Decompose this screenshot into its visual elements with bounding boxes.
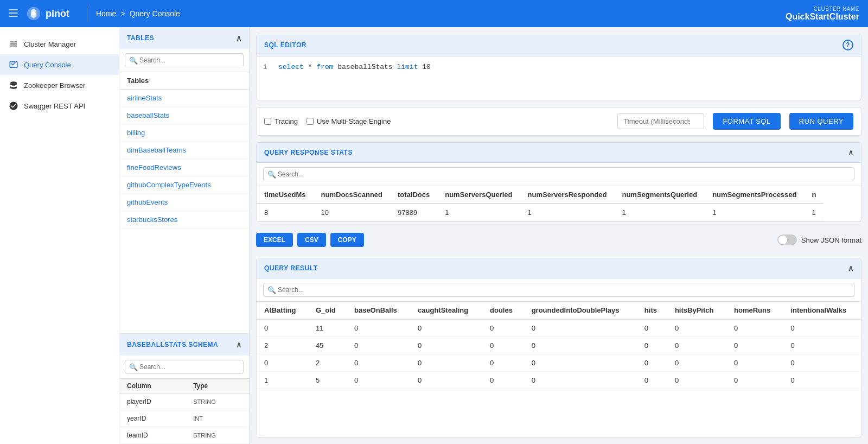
result-table-wrapper: AtBatting G_old baseOnBalls caughtSteali…	[257, 302, 861, 389]
sidebar-item-zookeeper-browser[interactable]: Zookeeper Browser	[0, 75, 119, 96]
tables-list: airlineStats baseballStats billing dimBa…	[119, 90, 249, 333]
table-item-githubEvents[interactable]: githubEvents	[119, 194, 249, 211]
sidebar: Cluster Manager Query Console Zookeeper …	[0, 27, 119, 444]
result-cell: 0	[482, 337, 524, 354]
stats-card: QUERY RESPONSE STATS 🔍 timeUsedMs numDoc…	[256, 142, 861, 222]
tracing-checkbox-label[interactable]: Tracing	[264, 117, 298, 125]
table-item-dimBaseballTeams[interactable]: dimBaseballTeams	[119, 142, 249, 159]
json-toggle-label: Show JSON format	[801, 236, 861, 244]
result-cell: 0	[637, 319, 667, 337]
breadcrumb: Home > Query Console	[96, 9, 180, 18]
app-logo[interactable]: pinot	[26, 6, 69, 21]
multi-stage-checkbox[interactable]	[307, 118, 314, 125]
home-link[interactable]: Home	[96, 9, 116, 18]
sidebar-item-cluster-manager[interactable]: Cluster Manager	[0, 34, 119, 54]
tables-search-input[interactable]	[125, 53, 244, 67]
svg-rect-2	[9, 16, 18, 17]
help-icon[interactable]: ?	[843, 40, 853, 50]
svg-rect-1	[9, 12, 18, 14]
result-col-AtBatting: AtBatting	[257, 302, 308, 319]
stats-search-icon: 🔍	[267, 170, 276, 179]
table-item-baseballStats[interactable]: baseballStats	[119, 107, 249, 124]
result-cell: 45	[308, 337, 347, 354]
controls-row: Tracing Use Multi-Stage Engine FORMAT SQ…	[256, 107, 861, 136]
multi-stage-label: Use Multi-Stage Engine	[317, 117, 391, 125]
sidebar-item-query-console[interactable]: Query Console	[0, 54, 119, 75]
main-content: TABLES 🔍 Tables airlineStats baseballSta…	[119, 27, 868, 444]
schema-search-icon: 🔍	[129, 363, 138, 371]
sidebar-item-swagger-rest-api[interactable]: Swagger REST API	[0, 96, 119, 116]
timeout-input[interactable]	[617, 113, 704, 129]
result-cell: 0	[524, 319, 637, 337]
result-col-groundedIntoDoublePlays: groundedIntoDoublePlays	[524, 302, 637, 319]
table-item-fineFoodReviews[interactable]: fineFoodReviews	[119, 159, 249, 176]
schema-cell-playerID-type: STRING	[186, 394, 249, 410]
result-col-G_old: G_old	[308, 302, 347, 319]
schema-panel-header: BASEBALLSTATS SCHEMA	[119, 334, 249, 356]
result-search-icon: 🔍	[267, 286, 276, 294]
table-item-airlineStats[interactable]: airlineStats	[119, 90, 249, 107]
svg-rect-0	[9, 9, 18, 10]
csv-button[interactable]: CSV	[297, 233, 326, 247]
stats-col-numSegmentsProcessed: numSegmentsProcessed	[705, 186, 804, 204]
result-cell: 0	[482, 372, 524, 389]
logo-text: pinot	[46, 8, 69, 20]
stats-col-numServersResponded: numServersResponded	[520, 186, 615, 204]
stats-search-input[interactable]	[263, 167, 854, 181]
format-sql-button[interactable]: FORMAT SQL	[713, 113, 780, 130]
result-cell: 0	[783, 319, 861, 337]
tables-panel: TABLES 🔍 Tables airlineStats baseballSta…	[119, 27, 250, 444]
table-item-githubComplexTypeEvents[interactable]: githubComplexTypeEvents	[119, 176, 249, 194]
stats-collapse-icon[interactable]	[848, 148, 854, 157]
result-cell: 0	[667, 319, 726, 337]
tracing-label: Tracing	[275, 117, 298, 125]
result-cell: 0	[637, 354, 667, 372]
result-cell: 11	[308, 319, 347, 337]
schema-col-header-type: Type	[186, 379, 249, 394]
tables-panel-title: TABLES	[127, 34, 154, 42]
stats-cell-numServersResponded: 1	[520, 204, 615, 221]
timeout-input-wrapper	[617, 113, 704, 129]
svg-point-4	[32, 12, 36, 16]
schema-col-header-column: Column	[119, 379, 186, 394]
sql-editor-header: SQL EDITOR ?	[257, 34, 861, 56]
result-search-input[interactable]	[263, 283, 854, 297]
multi-stage-checkbox-label[interactable]: Use Multi-Stage Engine	[307, 117, 391, 125]
stats-col-totalDocs: totalDocs	[390, 186, 437, 204]
table-item-billing[interactable]: billing	[119, 124, 249, 142]
cluster-label: CLUSTER NAME	[786, 6, 859, 12]
schema-search-input[interactable]	[125, 360, 244, 374]
result-cell: 0	[726, 337, 783, 354]
result-col-homeRuns: homeRuns	[726, 302, 783, 319]
sql-editor-content[interactable]: 1 select * from baseballStats limit 10	[257, 56, 861, 100]
schema-row-teamID: teamID STRING	[119, 427, 249, 444]
app-header: pinot Home > Query Console CLUSTER NAME …	[0, 0, 868, 27]
schema-panel: BASEBALLSTATS SCHEMA 🔍 Column Type playe…	[119, 333, 249, 444]
json-toggle-switch[interactable]	[777, 234, 797, 245]
result-cell: 0	[726, 372, 783, 389]
query-result-collapse-icon[interactable]	[848, 264, 854, 272]
tables-section-header: Tables	[119, 72, 249, 90]
breadcrumb-separator: >	[120, 9, 125, 18]
table-item-starbucksStores[interactable]: starbucksStores	[119, 211, 249, 229]
schema-panel-collapse[interactable]	[236, 340, 242, 349]
copy-button[interactable]: COPY	[330, 233, 364, 247]
schema-panel-title: BASEBALLSTATS SCHEMA	[127, 341, 218, 348]
excel-button[interactable]: EXCEL	[256, 233, 293, 247]
result-cell: 2	[257, 337, 308, 354]
result-cell: 0	[524, 354, 637, 372]
tables-panel-collapse[interactable]	[236, 34, 242, 42]
menu-toggle[interactable]	[9, 8, 20, 20]
result-cell: 0	[783, 354, 861, 372]
result-cell: 0	[482, 319, 524, 337]
cluster-info: CLUSTER NAME QuickStartCluster	[786, 6, 859, 22]
tracing-checkbox[interactable]	[264, 118, 271, 125]
stats-cell-numServersQueried: 1	[437, 204, 520, 221]
result-row-1: 0 11 0 0 0 0 0 0 0 0	[257, 319, 861, 337]
result-cell: 0	[667, 372, 726, 389]
stats-row-1: 8 10 97889 1 1 1 1 1	[257, 204, 824, 221]
stats-cell-totalDocs: 97889	[390, 204, 437, 221]
run-query-button[interactable]: RUN QUERY	[789, 113, 853, 130]
sidebar-label-swagger-rest-api: Swagger REST API	[24, 102, 85, 110]
schema-cell-playerID-name: playerID	[119, 394, 186, 410]
